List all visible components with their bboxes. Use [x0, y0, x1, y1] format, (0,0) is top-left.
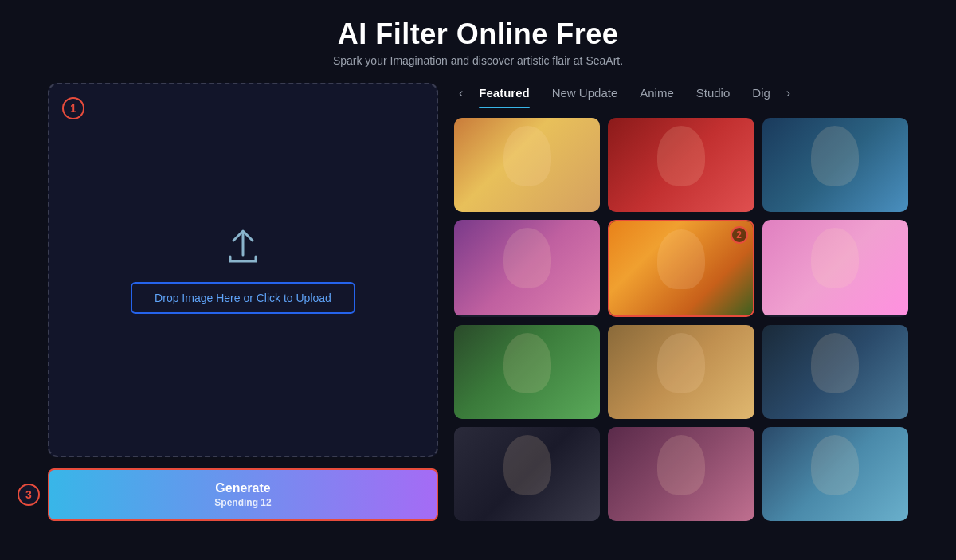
step1-badge: 1 — [62, 97, 84, 119]
generate-sub: Spending 12 — [214, 497, 271, 508]
tab-featured[interactable]: Featured — [468, 83, 540, 103]
filter-image-future-cyberpunk — [762, 118, 908, 212]
step2-badge: 2 — [731, 226, 748, 244]
filter-label-pink-barbie: Pink Barbie — [762, 315, 908, 317]
filter-card-glorious-winter[interactable]: Glorious Winter — [454, 118, 600, 212]
filter-card-ink-painting-style[interactable]: Ink Painting Style — [762, 325, 908, 419]
filter-card-row4-c[interactable] — [762, 427, 908, 521]
filter-card-fairytale-christmas[interactable]: Fairytale Christmas — [608, 118, 754, 212]
tab-arrow-left[interactable]: ‹ — [454, 86, 468, 100]
page-subtitle: Spark your Imagination and discover arti… — [0, 54, 956, 67]
left-panel: 1 Drop Image Here or Click to Upload 3 G… — [48, 83, 438, 521]
generate-btn-wrap: 3 Generate Spending 12 — [48, 468, 438, 521]
filter-image-row4-c — [762, 427, 908, 521]
tab-arrow-right[interactable]: › — [782, 86, 795, 100]
tab-studio[interactable]: Studio — [685, 83, 742, 103]
filter-card-christmas-comics[interactable]: Christmas Comics — [454, 220, 600, 317]
tab-new-update[interactable]: New Update — [541, 83, 629, 103]
upload-area[interactable]: 1 Drop Image Here or Click to Upload — [48, 83, 438, 457]
filter-image-christmas-comics — [454, 220, 600, 315]
filter-image-pink-barbie — [762, 220, 908, 315]
filter-image-gta: 2 — [609, 221, 752, 317]
filter-image-glorious-winter — [454, 118, 600, 212]
generate-button[interactable]: Generate Spending 12 — [48, 468, 438, 521]
filter-label-christmas-comics: Christmas Comics — [454, 315, 600, 317]
filter-card-chinese-style[interactable]: Chinese Style — [608, 325, 754, 419]
main-content: 1 Drop Image Here or Click to Upload 3 G… — [0, 83, 956, 521]
filter-image-chinese-style — [608, 325, 754, 419]
filter-card-pink-barbie[interactable]: Pink Barbie — [762, 220, 908, 317]
right-panel: ‹ Featured New Update Anime Studio Dig ›… — [454, 83, 908, 521]
filter-image-row4-b — [608, 427, 754, 521]
tab-dig[interactable]: Dig — [741, 83, 782, 103]
generate-label: Generate — [215, 481, 270, 495]
upload-button[interactable]: Drop Image Here or Click to Upload — [131, 282, 355, 314]
filter-card-row4-b[interactable] — [608, 427, 754, 521]
filter-image-row4-a — [454, 427, 600, 521]
tabs-bar: ‹ Featured New Update Anime Studio Dig › — [454, 83, 908, 108]
filter-image-ink-painting-style — [762, 325, 908, 419]
filter-grid: Glorious WinterFairytale ChristmasFuture… — [454, 118, 908, 521]
filter-card-ghibli-colors[interactable]: Ghibli Colors — [454, 325, 600, 419]
page-title: AI Filter Online Free — [0, 18, 956, 51]
step3-badge: 3 — [18, 484, 40, 506]
filter-card-row4-a[interactable] — [454, 427, 600, 521]
upload-icon — [222, 226, 264, 271]
tab-anime[interactable]: Anime — [629, 83, 685, 103]
filter-card-future-cyberpunk[interactable]: Future Cyberpunk — [762, 118, 908, 212]
filter-image-fairytale-christmas — [608, 118, 754, 212]
page-header: AI Filter Online Free Spark your Imagina… — [0, 0, 956, 75]
filter-image-ghibli-colors — [454, 325, 600, 419]
filter-card-gta[interactable]: 2GTA — [608, 220, 754, 317]
